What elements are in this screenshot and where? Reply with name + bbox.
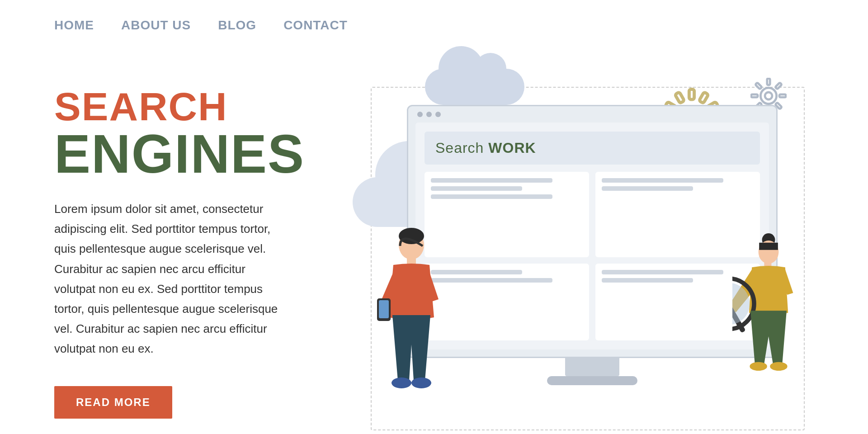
main-content: SEARCH ENGINES Lorem ipsum dolor sit ame… [0, 51, 868, 430]
result-card-3 [425, 264, 589, 341]
monitor-top-bar [408, 106, 776, 123]
svg-rect-12 [675, 92, 684, 103]
svg-rect-16 [775, 83, 782, 90]
svg-rect-17 [779, 94, 786, 97]
cloud-top-large [425, 69, 524, 105]
navbar: HOME ABOUT US BLOG CONTACT [0, 0, 868, 51]
person-left-icon [375, 227, 448, 399]
monitor-container: Search WORK [398, 105, 787, 403]
result-line [431, 186, 522, 191]
monitor-dot-3 [435, 112, 441, 117]
svg-rect-1 [689, 90, 694, 99]
svg-rect-2 [699, 92, 708, 103]
monitor-base [547, 376, 637, 385]
svg-point-26 [399, 228, 424, 244]
result-line [602, 270, 723, 274]
svg-point-14 [765, 92, 772, 99]
monitor-stand [565, 358, 619, 376]
read-more-button[interactable]: READ MORE [54, 386, 172, 419]
result-line [431, 278, 552, 283]
person-right-icon [732, 218, 805, 408]
svg-point-13 [760, 88, 776, 104]
search-work: WORK [488, 140, 536, 156]
svg-point-30 [392, 377, 411, 388]
svg-rect-21 [751, 94, 758, 97]
monitor-dot-1 [417, 112, 423, 117]
svg-point-31 [411, 377, 431, 388]
search-label: Search [435, 140, 488, 156]
search-bar: Search WORK [425, 132, 760, 165]
svg-rect-29 [379, 300, 389, 318]
monitor-frame: Search WORK [407, 105, 778, 358]
description-text: Lorem ipsum dolor sit amet, consectetur … [54, 199, 289, 359]
nav-about[interactable]: ABOUT US [121, 18, 191, 33]
monitor-screen: Search WORK [415, 123, 769, 349]
svg-rect-34 [759, 243, 778, 250]
right-panel: Search WORK [335, 60, 814, 430]
headline-engines: ENGINES [54, 127, 316, 181]
svg-rect-15 [767, 79, 770, 85]
nav-home[interactable]: HOME [54, 18, 94, 33]
nav-contact[interactable]: CONTACT [283, 18, 348, 33]
result-line [602, 278, 693, 283]
result-line [431, 178, 552, 183]
left-panel: SEARCH ENGINES Lorem ipsum dolor sit ame… [54, 60, 316, 419]
svg-rect-22 [755, 83, 762, 90]
headline-search: SEARCH [54, 87, 316, 127]
results-grid [425, 172, 760, 340]
svg-point-39 [750, 362, 767, 371]
result-card-1 [425, 172, 589, 257]
svg-point-40 [770, 362, 787, 371]
nav-blog[interactable]: BLOG [218, 18, 256, 33]
result-line [602, 178, 723, 183]
monitor-dot-2 [426, 112, 432, 117]
result-line [602, 186, 693, 191]
result-line [431, 194, 552, 199]
